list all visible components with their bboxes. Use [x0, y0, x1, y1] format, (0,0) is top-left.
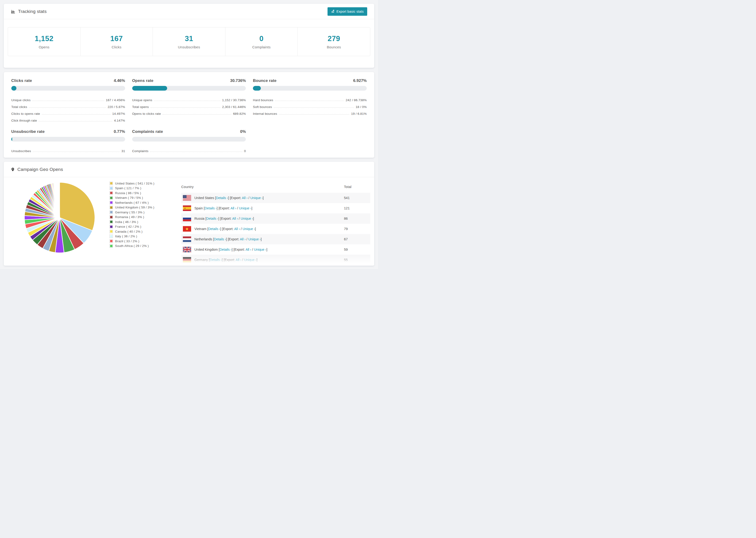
export-unique-link[interactable]: Unique › — [243, 227, 255, 231]
rate-title: Unsubscribe rate — [11, 129, 45, 134]
legend-label: Netherlands ( 67 / 4% ) — [115, 201, 149, 204]
export-all-link[interactable]: All › — [234, 227, 240, 231]
legend-swatch — [109, 191, 113, 195]
details-link[interactable]: Details › — [210, 258, 222, 262]
export-unique-link[interactable]: Unique › — [250, 196, 263, 200]
rate-block-unsubscribe-rate: Unsubscribe rate0.77%Unsubscribes31 — [11, 129, 125, 153]
location-pin-icon — [11, 167, 15, 172]
export-unique-link[interactable]: Unique › — [241, 217, 253, 220]
geo-header: Campaign Geo Opens — [4, 162, 374, 177]
bracket: ] [Export: — [226, 237, 240, 241]
country-name: Netherlands — [194, 237, 213, 241]
legend-label: Spain ( 121 / 7% ) — [115, 187, 141, 190]
flag-icon-gb — [183, 246, 191, 252]
table-row-vn: Vietnam [Details ›] [Export: All › / Uni… — [181, 224, 370, 234]
rate-title-row: Unsubscribe rate0.77% — [11, 129, 125, 134]
summary-stat: 279Bounces — [297, 27, 370, 56]
country-text: Netherlands [Details ›] [Export: All › /… — [194, 237, 261, 241]
rate-progress-fill — [11, 86, 17, 91]
summary-stat-value: 1,152 — [35, 34, 54, 43]
rate-value: 4.46% — [114, 79, 125, 83]
legend-swatch — [109, 244, 113, 248]
export-all-link[interactable]: All › — [232, 217, 238, 220]
details-link[interactable]: Details › — [208, 227, 220, 231]
flag-icon-us — [183, 195, 191, 201]
rate-progress-fill — [132, 86, 167, 91]
stat-value: 19 / 6.81% — [351, 112, 367, 116]
rate-stats-list: Hard bounces242 / 86.738%Soft bounces18 … — [253, 95, 367, 116]
legend-label: Russia ( 86 / 5% ) — [115, 191, 141, 195]
rate-block-opens-rate: Opens rate30.736%Unique opens1,152 / 30.… — [132, 79, 246, 122]
export-icon — [331, 9, 335, 14]
export-unique-link[interactable]: Unique › — [244, 258, 257, 262]
bracket: ] — [255, 227, 256, 231]
stat-value: 242 / 86.738% — [346, 98, 367, 102]
legend-item: France ( 42 / 2% ) — [109, 224, 181, 229]
export-all-link[interactable]: All › — [242, 196, 247, 200]
export-all-link[interactable]: All › — [240, 237, 245, 241]
details-link[interactable]: Details › — [205, 206, 217, 210]
stat-value: 220 / 5.87% — [108, 105, 125, 109]
rate-title-row: Clicks rate4.46% — [11, 79, 125, 83]
column-header-total: Total — [344, 181, 370, 193]
export-unique-link[interactable]: Unique › — [254, 248, 266, 251]
export-all-link[interactable]: All › — [245, 248, 251, 251]
details-link[interactable]: Details › — [216, 196, 228, 200]
legend-label: Italy ( 36 / 2% ) — [115, 235, 137, 238]
bracket: ] — [253, 217, 254, 220]
pie-slice-other — [59, 183, 60, 218]
total-value: 67 — [344, 237, 348, 241]
total-value: 79 — [344, 227, 348, 231]
rate-progress-fill — [11, 137, 12, 141]
legend-swatch — [109, 206, 113, 209]
export-all-link[interactable]: All › — [236, 258, 242, 262]
stat-label: Total opens — [132, 105, 149, 109]
rate-block-clicks-rate: Clicks rate4.46%Unique clicks167 / 4.456… — [11, 79, 125, 122]
details-link[interactable]: Details › — [220, 248, 232, 251]
country-cell: Spain [Details ›] [Export: All › / Uniqu… — [181, 205, 344, 211]
legend-swatch — [109, 225, 113, 228]
legend-item: Romania ( 49 / 3% ) — [109, 215, 181, 220]
flag-icon-ru — [183, 215, 191, 222]
bracket: ] — [257, 258, 257, 262]
total-value: 55 — [344, 258, 348, 262]
slash: / — [242, 258, 244, 262]
legend-swatch — [109, 240, 113, 243]
rate-progress-track — [11, 86, 125, 91]
country-cell: Germany [Details ›] [Export: All › / Uni… — [181, 257, 344, 263]
stat-row: Click through rate4.147% — [11, 116, 125, 122]
details-link[interactable]: Details › — [206, 217, 218, 220]
rate-stats-list: Unique clicks167 / 4.456%Total clicks220… — [11, 95, 125, 122]
legend-item: India ( 46 / 3% ) — [109, 219, 181, 224]
stat-value: 2,303 / 61.446% — [222, 105, 246, 109]
total-value: 121 — [344, 206, 350, 210]
country-cell: United Kingdom [Details ›] [Export: All … — [181, 246, 344, 252]
export-unique-link[interactable]: Unique › — [248, 237, 261, 241]
bracket: ] — [266, 248, 267, 251]
details-link[interactable]: Details › — [214, 237, 226, 241]
table-row-nl: Netherlands [Details ›] [Export: All › /… — [181, 234, 370, 244]
stat-row: Unsubscribes31 — [11, 146, 125, 153]
export-unique-link[interactable]: Unique › — [239, 206, 251, 210]
rate-block-complaints-rate: Complaints rate0%Complaints0 — [132, 129, 246, 153]
bracket: ] — [261, 237, 262, 241]
stat-row: Total opens2,303 / 61.446% — [132, 102, 246, 109]
stat-value: 0 — [244, 149, 246, 153]
geo-title-wrap: Campaign Geo Opens — [11, 167, 63, 172]
summary-stat-label: Opens — [39, 45, 50, 49]
stat-row: Unique clicks167 / 4.456% — [11, 95, 125, 102]
export-all-link[interactable]: All › — [231, 206, 236, 210]
legend-label: Vietnam ( 79 / 5% ) — [115, 196, 143, 199]
export-basic-stats-button[interactable]: Export basic stats — [328, 7, 367, 16]
stat-value: 31 — [121, 149, 125, 153]
rate-block-bounce-rate: Bounce rate6.927%Hard bounces242 / 86.73… — [253, 79, 367, 122]
total-value: 59 — [344, 248, 348, 251]
dotted-leader — [154, 101, 220, 101]
stat-label: Soft bounces — [253, 105, 272, 109]
summary-stats-row: 1,152Opens167Clicks31Unsubscribes0Compla… — [8, 27, 370, 56]
dotted-leader — [162, 114, 231, 115]
flag-icon-es — [183, 205, 191, 211]
dotted-leader — [275, 101, 344, 101]
tracking-stats-title: Tracking stats — [11, 9, 47, 14]
rate-title: Opens rate — [132, 79, 153, 83]
